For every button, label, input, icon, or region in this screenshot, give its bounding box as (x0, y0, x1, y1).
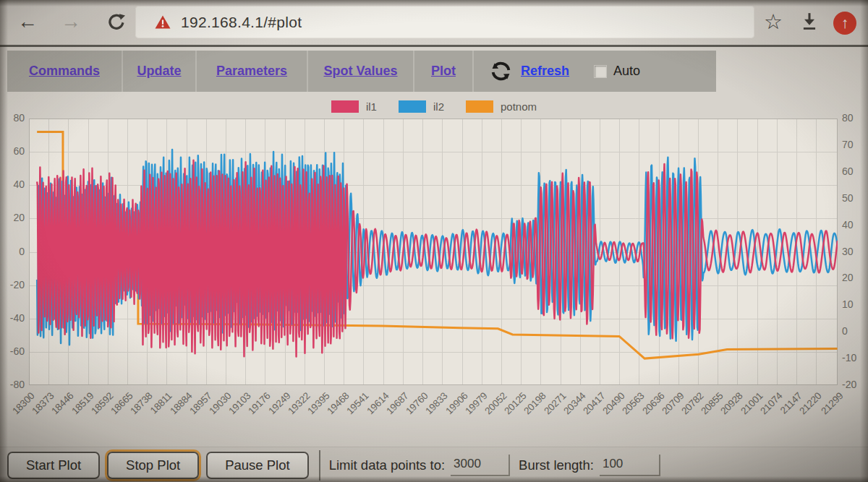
nav-link-plot[interactable]: Plot (431, 64, 456, 79)
reload-button[interactable] (106, 12, 127, 36)
url-text: 192.168.4.1/#plot (181, 14, 302, 31)
y-right-tick-label: 0 (842, 325, 868, 337)
not-secure-warning-icon[interactable] (154, 14, 171, 31)
nav-link-parameters[interactable]: Parameters (216, 64, 287, 79)
y-right-tick-label: 80 (842, 112, 868, 124)
nav-cell: Spot Values (308, 51, 414, 92)
burst-length-input[interactable] (600, 455, 660, 476)
controls-divider (319, 450, 320, 481)
nav-bar: CommandsUpdateParametersSpot ValuesPlot … (7, 51, 716, 92)
legend-label-il1: il1 (366, 100, 377, 113)
back-button[interactable]: ← (17, 9, 38, 34)
download-icon[interactable] (800, 12, 819, 35)
y-left-tick-label: 80 (0, 112, 25, 124)
y-right-tick-label: -10 (842, 352, 868, 363)
nav-cell: Commands (7, 51, 123, 92)
legend-item-potnom: potnom (466, 100, 537, 113)
legend-label-potnom: potnom (501, 100, 537, 113)
y-right-tick-label: 60 (842, 165, 868, 177)
auto-checkbox[interactable] (594, 65, 607, 78)
nav-cell: Parameters (197, 51, 308, 92)
legend-swatch-potnom (466, 100, 493, 113)
stop-plot-button[interactable]: Stop Plot (107, 452, 199, 479)
limit-label: Limit data points to: (329, 457, 445, 473)
bookmark-star-icon[interactable]: ☆ (764, 9, 783, 34)
y-left-tick-label: 40 (0, 178, 25, 190)
nav-cell: Update (123, 51, 197, 92)
y-right-tick-label: 70 (842, 139, 868, 150)
burst-label: Burst length: (519, 457, 594, 473)
nav-link-spot-values[interactable]: Spot Values (323, 64, 397, 79)
y-right-tick-label: 20 (842, 272, 868, 283)
y-right-tick-label: -20 (842, 379, 868, 390)
legend-item-il1: il1 (331, 100, 377, 113)
limit-data-points-input[interactable] (451, 455, 510, 476)
forward-button[interactable]: → (61, 9, 81, 34)
auto-checkbox-label: Auto (613, 64, 640, 79)
refresh-group: Refresh Auto (474, 51, 716, 92)
nav-cell: Plot (414, 51, 474, 92)
y-left-tick-label: -60 (0, 345, 25, 357)
browser-toolbar: ← → 192.168.4.1/#plot ☆ ↑ (0, 0, 868, 47)
y-left-tick-label: -20 (0, 279, 25, 291)
y-left-tick-label: 0 (0, 246, 25, 257)
address-bar[interactable]: 192.168.4.1/#plot (135, 6, 754, 38)
y-right-tick-label: 30 (842, 246, 868, 257)
y-right-tick-label: 40 (842, 219, 868, 231)
nav-links: CommandsUpdateParametersSpot ValuesPlot (7, 51, 474, 92)
legend-swatch-il1 (331, 100, 359, 113)
y-left-tick-label: 20 (0, 212, 25, 223)
legend-item-il2: il2 (399, 100, 444, 113)
y-left-tick-label: 60 (0, 145, 25, 157)
nav-link-commands[interactable]: Commands (29, 64, 100, 79)
refresh-icon[interactable] (490, 60, 512, 82)
extension-badge-button[interactable]: ↑ (833, 12, 856, 35)
nav-link-update[interactable]: Update (137, 64, 181, 79)
screen: ← → 192.168.4.1/#plot ☆ ↑ (0, 0, 868, 482)
legend-swatch-il2 (399, 100, 426, 113)
legend-label-il2: il2 (433, 100, 444, 113)
start-plot-button[interactable]: Start Plot (7, 452, 100, 479)
y-right-tick-label: 10 (842, 298, 868, 310)
y-left-tick-label: -40 (0, 312, 25, 324)
plot-canvas (29, 119, 838, 385)
download-arrow-icon (800, 12, 819, 32)
refresh-link[interactable]: Refresh (521, 64, 569, 79)
y-right-tick-label: 50 (842, 192, 868, 204)
plot-controls-bar: Start Plot Stop Plot Pause Plot Limit da… (0, 447, 868, 482)
reload-icon (106, 12, 127, 33)
pause-plot-button[interactable]: Pause Plot (206, 452, 308, 479)
chart-legend: il1il2potnom (0, 100, 868, 113)
y-left-tick-label: -80 (0, 379, 25, 390)
